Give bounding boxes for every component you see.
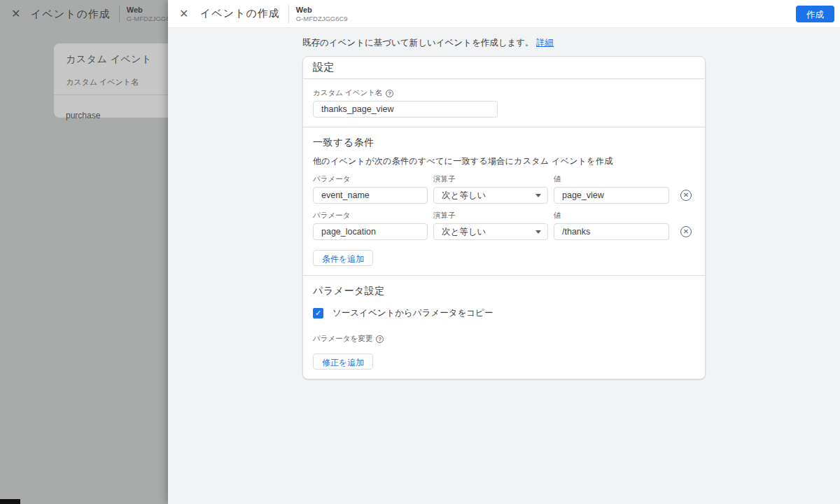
value-input[interactable]	[554, 223, 669, 240]
settings-card: 設定 カスタム イベント名 ? 一致する条件 他のイベントが次の条件のすべてに一…	[302, 56, 706, 379]
close-icon[interactable]: ✕	[179, 8, 190, 20]
operator-label: 演算子	[433, 174, 548, 184]
create-button[interactable]: 作成	[796, 6, 834, 22]
chevron-down-icon	[536, 194, 541, 197]
operator-select[interactable]: 次と等しい	[433, 223, 548, 240]
event-name-input[interactable]	[313, 101, 498, 118]
stream-name: Web	[296, 6, 348, 14]
parameter-field: パラメータ	[313, 174, 428, 204]
intro-text: 既存のイベントに基づいて新しいイベントを作成します。 詳細	[302, 37, 554, 49]
modal-body: 既存のイベントに基づいて新しいイベントを作成します。 詳細 設定 カスタム イベ…	[168, 28, 840, 504]
parameter-input[interactable]	[313, 223, 428, 240]
operator-label: 演算子	[433, 211, 548, 220]
modify-parameters-label: パラメータを変更	[313, 334, 372, 344]
parameter-config-title: パラメータ設定	[313, 285, 695, 298]
create-event-modal: ✕ イベントの作成 Web G-MFDZJGG6C9 作成 既存のイベントに基づ…	[168, 0, 840, 504]
matching-conditions-title: 一致する条件	[313, 136, 695, 149]
remove-condition-icon[interactable]: ✕	[680, 190, 692, 201]
parameter-input[interactable]	[313, 187, 428, 204]
intro-description: 既存のイベントに基づいて新しいイベントを作成します。	[302, 38, 534, 48]
value-field: 値	[554, 174, 669, 204]
background-modal-title: イベントの作成	[31, 8, 111, 21]
event-name-label: カスタム イベント名	[313, 88, 382, 98]
value-input[interactable]	[554, 187, 669, 204]
operator-select[interactable]: 次と等しい	[433, 187, 548, 204]
help-icon[interactable]: ?	[386, 90, 393, 97]
copy-parameters-checkbox[interactable]: ✓	[313, 308, 323, 318]
header-divider	[119, 5, 120, 23]
help-icon[interactable]: ?	[376, 335, 384, 343]
event-name-section: カスタム イベント名 ?	[303, 79, 705, 127]
add-modification-button[interactable]: 修正を追加	[313, 354, 373, 370]
matching-conditions-description: 他のイベントが次の条件のすべてに一致する場合にカスタム イベントを作成	[313, 155, 695, 167]
operator-selected-value: 次と等しい	[442, 226, 486, 238]
modal-title: イベントの作成	[200, 7, 280, 20]
value-label: 値	[554, 174, 669, 184]
event-name-label-row: カスタム イベント名 ?	[313, 88, 695, 98]
settings-card-title: 設定	[303, 57, 705, 79]
stream-id: G-MFDZJGG6C9	[296, 15, 348, 22]
parameter-label: パラメータ	[313, 174, 428, 184]
operator-selected-value: 次と等しい	[442, 190, 486, 202]
parameter-config-section: パラメータ設定 ✓ ソースイベントからパラメータをコピー パラメータを変更 ? …	[303, 275, 705, 379]
modify-parameters-label-row: パラメータを変更 ?	[313, 334, 695, 344]
copy-parameters-label: ソースイベントからパラメータをコピー	[332, 307, 493, 319]
value-field: 値	[554, 211, 669, 240]
condition-row: パラメータ 演算子 次と等しい 値 ✕	[313, 174, 695, 204]
remove-condition-icon[interactable]: ✕	[680, 226, 692, 237]
operator-field: 演算子 次と等しい	[433, 174, 548, 204]
copy-parameters-row: ✓ ソースイベントからパラメータをコピー	[313, 307, 695, 319]
parameter-field: パラメータ	[313, 211, 428, 240]
parameter-label: パラメータ	[313, 211, 428, 220]
chevron-down-icon	[536, 230, 541, 234]
close-icon: ✕	[11, 8, 21, 20]
value-label: 値	[554, 211, 669, 220]
learn-more-link[interactable]: 詳細	[536, 38, 554, 48]
header-divider	[288, 5, 289, 23]
condition-row: パラメータ 演算子 次と等しい 値 ✕	[313, 211, 695, 240]
matching-conditions-section: 一致する条件 他のイベントが次の条件のすべてに一致する場合にカスタム イベントを…	[303, 127, 705, 275]
add-condition-button[interactable]: 条件を追加	[313, 250, 373, 266]
stream-info: Web G-MFDZJGG6C9	[296, 6, 348, 22]
operator-field: 演算子 次と等しい	[433, 211, 548, 240]
modal-header: ✕ イベントの作成 Web G-MFDZJGG6C9 作成	[168, 0, 840, 28]
bottom-left-corner-fragment	[0, 499, 20, 504]
